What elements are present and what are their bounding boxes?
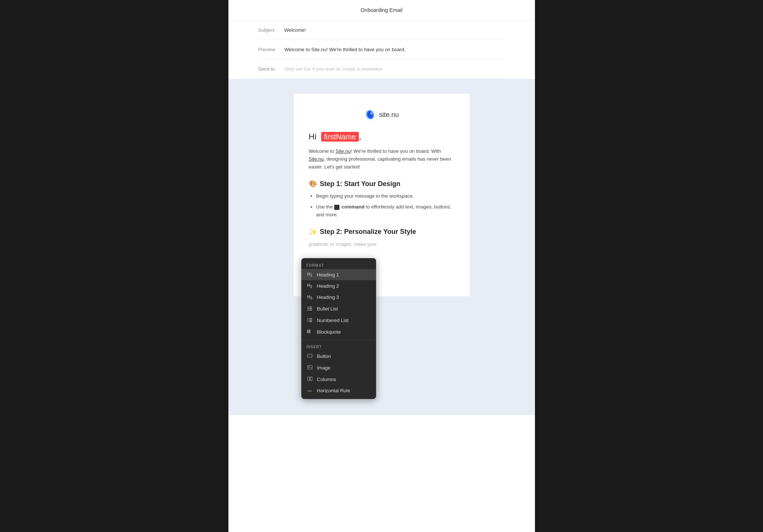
site-nu-logo-icon	[364, 109, 376, 121]
subject-row: Subject Welcome!	[258, 21, 505, 40]
menu-item-heading1[interactable]: H1 Heading 1	[301, 269, 376, 280]
svg-rect-11	[309, 318, 312, 319]
preview-value[interactable]: Welcome to Site.nu! We're thrilled to ha…	[284, 47, 505, 52]
app-container: Onboarding Email Subject Welcome! Previe…	[228, 0, 535, 532]
top-bar: Onboarding Email	[228, 0, 535, 21]
subject-label: Subject	[258, 27, 284, 33]
svg-rect-22	[310, 377, 312, 381]
numbered-list-icon: 1. 2. 3.	[307, 317, 313, 324]
horizontal-rule-icon: —	[307, 388, 313, 393]
svg-rect-17	[309, 330, 310, 333]
menu-item-image[interactable]: Image	[301, 362, 376, 374]
command-icon	[334, 205, 339, 210]
preview-row: Preview Welcome to Site.nu! We're thrill…	[258, 40, 505, 59]
email-logo: site.nu	[309, 109, 455, 121]
menu-item-button-label: Button	[317, 353, 331, 359]
bullet1-text: Begin typing your message in the workspa…	[316, 193, 414, 199]
context-menu: FORMAT H1 Heading 1 H2 Heading 2 H3 Head…	[301, 258, 376, 399]
svg-point-6	[307, 308, 308, 309]
svg-rect-9	[309, 310, 312, 310]
step1-list: Begin typing your message in the workspa…	[316, 192, 455, 219]
svg-point-4	[307, 307, 308, 308]
menu-item-columns[interactable]: Columns	[301, 374, 376, 385]
logo-text: site.nu	[379, 111, 399, 119]
email-body-paragraph: Welcome to Site.nu! We're thrilled to ha…	[309, 148, 455, 171]
list-item: Begin typing your message in the workspa…	[316, 192, 455, 200]
heading2-icon: H2	[307, 283, 313, 289]
menu-item-bullet-list[interactable]: Bullet List	[301, 303, 376, 315]
sendto-placeholder[interactable]: Only set this if you wish to create a ne…	[284, 66, 505, 72]
email-greeting: Hi firstName,	[309, 132, 455, 142]
site-link-2[interactable]: Site.nu	[309, 156, 324, 162]
menu-item-heading2-label: Heading 2	[317, 283, 339, 289]
svg-rect-13	[309, 320, 312, 321]
bullet-list-icon	[307, 306, 313, 312]
body-text-1: Welcome to	[309, 148, 334, 154]
body-text-3: , designing professional, captivating em…	[309, 156, 451, 170]
menu-item-bullet-list-label: Bullet List	[317, 306, 338, 312]
heading3-icon: H3	[307, 294, 313, 300]
step2-text-partial: gradients or images, make your	[309, 241, 455, 248]
email-preview-card: site.nu Hi firstName, Welcome to Site.nu…	[294, 94, 470, 296]
menu-item-blockquote[interactable]: Blockquote	[301, 326, 376, 338]
body-text-2: ! We're thrilled to have you on board. W…	[351, 148, 441, 154]
menu-item-horizontal-rule[interactable]: — Horizontal Rule	[301, 385, 376, 396]
menu-item-button[interactable]: Button	[301, 350, 376, 362]
menu-item-heading2[interactable]: H2 Heading 2	[301, 280, 376, 291]
menu-item-horizontal-rule-label: Horizontal Rule	[317, 388, 350, 393]
svg-rect-18	[308, 354, 312, 357]
menu-item-columns-label: Columns	[317, 377, 336, 382]
menu-item-blockquote-label: Blockquote	[317, 329, 341, 335]
svg-point-3	[370, 112, 373, 115]
step1-emoji: 🎨	[309, 180, 317, 188]
step1-title: Step 1: Start Your Design	[320, 180, 400, 188]
sendto-row: Send to Only set this if you wish to cre…	[258, 59, 505, 79]
svg-rect-21	[308, 377, 310, 381]
subject-value[interactable]: Welcome!	[284, 27, 505, 33]
heading1-icon: H1	[307, 272, 313, 278]
format-section-label: FORMAT	[301, 261, 376, 269]
site-link-1[interactable]: Site.nu	[336, 148, 351, 154]
step2-title: Step 2: Personalize Your Style	[320, 228, 416, 236]
page-title: Onboarding Email	[360, 7, 402, 13]
greeting-comma: ,	[359, 132, 361, 141]
menu-item-heading3[interactable]: H3 Heading 3	[301, 292, 376, 303]
step1-heading: 🎨 Step 1: Start Your Design	[309, 180, 455, 188]
svg-text:3.: 3.	[307, 320, 309, 322]
svg-rect-16	[307, 330, 308, 333]
svg-point-8	[307, 310, 308, 311]
step2-emoji: ✨	[309, 228, 317, 236]
list-item: Use the command to effortlessly add text…	[316, 203, 455, 219]
insert-section-label: INSERT	[301, 343, 376, 350]
bullet2-bold: command	[342, 204, 364, 210]
menu-item-numbered-list[interactable]: 1. 2. 3. Numbered List	[301, 315, 376, 326]
menu-item-image-label: Image	[317, 365, 330, 371]
blockquote-icon	[307, 329, 313, 335]
svg-rect-5	[309, 307, 312, 307]
sendto-label: Send to	[258, 66, 284, 72]
firstname-badge[interactable]: firstName	[321, 132, 359, 142]
menu-item-heading3-label: Heading 3	[317, 294, 339, 300]
step2-heading: ✨ Step 2: Personalize Your Style	[309, 228, 455, 236]
button-icon	[307, 353, 313, 359]
svg-rect-15	[309, 321, 312, 322]
greeting-text: Hi	[309, 132, 317, 141]
menu-item-numbered-list-label: Numbered List	[317, 318, 349, 323]
columns-icon	[307, 376, 313, 383]
fields-section: Subject Welcome! Preview Welcome to Site…	[228, 21, 535, 79]
bullet2-prefix: Use the	[316, 204, 333, 210]
preview-label: Preview	[258, 47, 284, 52]
menu-divider	[301, 340, 376, 340]
svg-rect-7	[309, 308, 312, 309]
email-preview-wrapper: site.nu Hi firstName, Welcome to Site.nu…	[228, 79, 535, 415]
image-icon	[307, 365, 313, 371]
menu-item-heading1-label: Heading 1	[317, 272, 339, 278]
